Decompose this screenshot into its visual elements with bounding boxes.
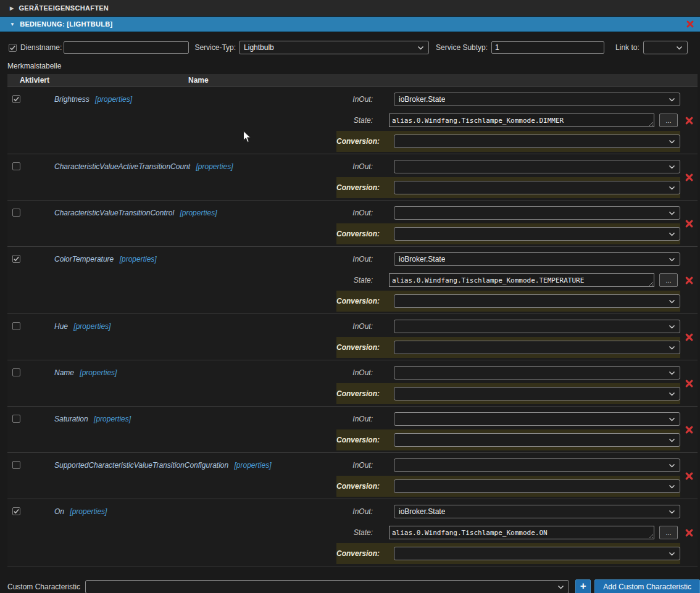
column-header-aktiviert: Aktiviert (20, 76, 49, 85)
check-icon (13, 255, 20, 262)
chevron-down-icon (669, 438, 675, 442)
characteristic-enabled-checkbox[interactable] (12, 209, 20, 217)
conversion-select[interactable] (394, 294, 680, 308)
check-icon (13, 96, 20, 102)
conversion-select[interactable] (394, 227, 680, 241)
properties-link[interactable]: [properties] (70, 507, 107, 516)
remove-characteristic-button[interactable] (685, 333, 694, 342)
conversion-select[interactable] (394, 547, 680, 560)
conversion-label: Conversion: (336, 389, 394, 398)
inout-select[interactable]: ioBroker.State (394, 93, 680, 106)
state-input[interactable] (389, 114, 654, 127)
chevron-down-icon (669, 392, 675, 396)
link-to-select[interactable] (643, 41, 688, 54)
inout-label: InOut: (336, 95, 394, 104)
browse-state-button[interactable]: ... (659, 114, 678, 127)
characteristic-row-characteristicvalueactivetransitioncount: CharacteristicValueActiveTransitionCount… (7, 154, 698, 200)
merkmalstabelle-label: Merkmalstabelle (7, 62, 700, 70)
browse-state-button[interactable]: ... (659, 526, 678, 539)
characteristic-name: Saturation (54, 415, 88, 423)
conversion-label: Conversion: (336, 482, 394, 491)
characteristic-enabled-checkbox[interactable] (12, 415, 20, 423)
conversion-select[interactable] (394, 433, 680, 447)
characteristic-name: Name (54, 368, 74, 377)
inout-select[interactable] (394, 412, 680, 426)
remove-characteristic-button[interactable] (685, 116, 694, 125)
characteristic-enabled-checkbox[interactable] (12, 255, 20, 263)
inout-select[interactable] (394, 458, 680, 472)
dienstname-input[interactable] (64, 41, 189, 54)
inout-select[interactable] (394, 160, 680, 173)
properties-link[interactable]: [properties] (235, 461, 272, 470)
chevron-down-icon (669, 371, 675, 375)
characteristic-enabled-checkbox[interactable] (12, 322, 20, 330)
dienstname-checkbox[interactable] (9, 44, 17, 52)
remove-characteristic-button[interactable] (685, 173, 694, 182)
table-header: Aktiviert Name (7, 74, 698, 86)
properties-link[interactable]: [properties] (73, 322, 110, 331)
plus-button[interactable]: + (575, 579, 591, 593)
remove-characteristic-button[interactable] (685, 471, 694, 481)
conversion-select[interactable] (394, 341, 680, 354)
service-subtyp-input[interactable] (491, 41, 604, 54)
inout-label: InOut: (336, 255, 394, 263)
state-input[interactable] (389, 273, 654, 287)
conversion-select[interactable] (394, 135, 680, 148)
remove-characteristic-button[interactable] (685, 219, 694, 228)
characteristic-enabled-checkbox[interactable] (12, 368, 20, 376)
conversion-select[interactable] (394, 479, 680, 493)
characteristic-name: Hue (54, 322, 68, 331)
inout-select[interactable]: ioBroker.State (394, 252, 680, 266)
service-typ-select[interactable]: Lightbulb (239, 41, 429, 54)
inout-select[interactable] (394, 206, 680, 220)
properties-link[interactable]: [properties] (94, 415, 131, 423)
characteristic-row-supportedcharacteristicvaluetransitionconfiguration: SupportedCharacteristicValueTransitionCo… (7, 452, 698, 499)
characteristic-enabled-checkbox[interactable] (12, 162, 20, 170)
service-subtyp-label: Service Subtyp: (436, 43, 488, 52)
characteristic-row-on: On [properties] InOut: ioBroker.State St… (7, 499, 698, 566)
chevron-down-icon (669, 139, 675, 144)
characteristic-enabled-checkbox[interactable] (12, 507, 20, 515)
conversion-label: Conversion: (336, 436, 394, 444)
conversion-select[interactable] (394, 387, 680, 400)
inout-select[interactable] (394, 366, 680, 379)
characteristic-row-saturation: Saturation [properties] InOut: Conversio… (7, 406, 698, 452)
device-properties-header[interactable]: ▶ GERÄTEEIGENSCHAFTEN (0, 0, 700, 17)
remove-characteristic-button[interactable] (685, 276, 694, 285)
characteristic-name: On (54, 507, 64, 516)
conversion-select[interactable] (394, 181, 680, 194)
chevron-down-icon (669, 299, 675, 304)
inout-label: InOut: (336, 368, 394, 377)
add-custom-characteristic-button[interactable]: Add Custom Characteristic (594, 579, 700, 593)
state-input[interactable] (389, 526, 654, 539)
delete-service-button[interactable] (685, 19, 695, 29)
properties-link[interactable]: [properties] (180, 209, 217, 217)
link-to-label: Link to: (615, 43, 640, 52)
characteristic-enabled-checkbox[interactable] (12, 461, 20, 469)
characteristics-table: Aktiviert Name Brightness [properties] I… (7, 74, 698, 566)
properties-link[interactable]: [properties] (120, 255, 157, 263)
inout-select[interactable] (394, 320, 680, 333)
properties-link[interactable]: [properties] (80, 368, 117, 377)
inout-label: InOut: (336, 322, 394, 331)
state-label: State: (336, 116, 394, 125)
remove-characteristic-button[interactable] (685, 379, 694, 388)
dienstname-label: Dienstname: (20, 43, 62, 52)
remove-characteristic-button[interactable] (685, 528, 694, 537)
check-icon (13, 508, 20, 515)
custom-characteristic-select[interactable] (85, 580, 569, 593)
characteristic-row-hue: Hue [properties] InOut: Conversion: (7, 313, 698, 360)
remove-icon (685, 528, 694, 537)
properties-link[interactable]: [properties] (196, 162, 233, 171)
service-panel-header[interactable]: ▼ BEDIENUNG: [LIGHTBULB] (0, 17, 700, 32)
browse-state-button[interactable]: ... (659, 273, 678, 287)
remove-characteristic-button[interactable] (685, 425, 694, 434)
state-label: State: (336, 276, 394, 284)
chevron-down-icon (669, 552, 675, 556)
chevron-down-icon (669, 346, 675, 350)
characteristic-enabled-checkbox[interactable] (12, 95, 20, 103)
inout-label: InOut: (336, 209, 394, 217)
close-icon (685, 19, 695, 29)
inout-select[interactable]: ioBroker.State (394, 505, 680, 518)
properties-link[interactable]: [properties] (95, 95, 132, 104)
